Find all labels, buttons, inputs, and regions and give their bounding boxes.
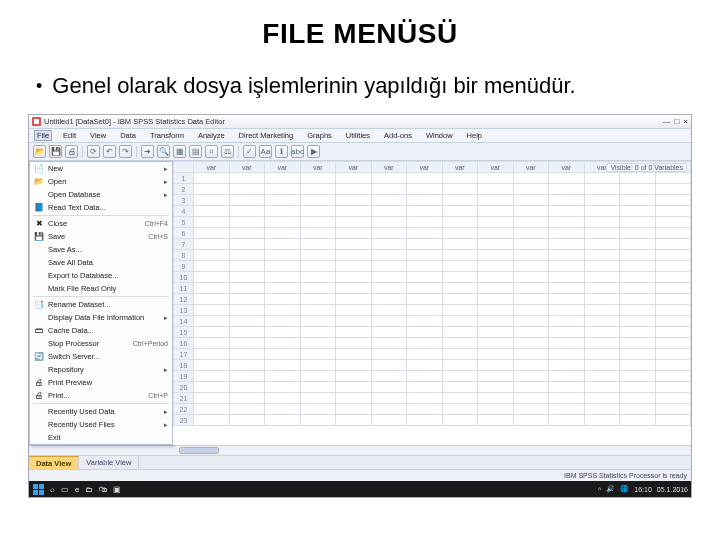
grid-cell[interactable] [478,393,514,404]
grid-cell[interactable] [229,217,265,228]
grid-cell[interactable] [442,316,478,327]
save-icon[interactable]: 💾 [49,145,62,158]
grid-cell[interactable] [620,305,656,316]
grid-cell[interactable] [194,173,230,184]
file-menu-export-to-database[interactable]: Export to Database... [30,269,172,282]
spellcheck-icon[interactable]: abc [291,145,304,158]
taskbar-store-icon[interactable]: 🛍 [99,485,107,494]
grid-cell[interactable] [265,371,301,382]
grid-cell[interactable] [194,382,230,393]
grid-cell[interactable] [300,184,336,195]
grid-cell[interactable] [371,261,407,272]
grid-cell[interactable] [584,239,620,250]
grid-cell[interactable] [300,261,336,272]
grid-cell[interactable] [407,239,443,250]
column-header[interactable]: var [336,162,372,173]
grid-cell[interactable] [620,261,656,272]
grid-cell[interactable] [655,360,691,371]
grid-cell[interactable] [655,283,691,294]
file-menu-exit[interactable]: Exit [30,431,172,444]
grid-cell[interactable] [442,393,478,404]
grid-cell[interactable] [194,305,230,316]
grid-cell[interactable] [442,382,478,393]
grid-cell[interactable] [194,338,230,349]
row-header[interactable]: 18 [174,360,194,371]
grid-cell[interactable] [584,316,620,327]
grid-cell[interactable] [655,415,691,426]
grid-cell[interactable] [620,217,656,228]
row-header[interactable]: 5 [174,217,194,228]
grid-cell[interactable] [584,173,620,184]
column-header[interactable]: var [478,162,514,173]
grid-cell[interactable] [549,360,585,371]
file-menu-save[interactable]: 💾SaveCtrl+S [30,230,172,243]
grid-cell[interactable] [371,349,407,360]
grid-cell[interactable] [549,228,585,239]
grid-cell[interactable] [229,360,265,371]
tray-caret-icon[interactable]: ^ [598,486,601,493]
grid-cell[interactable] [371,239,407,250]
maximize-button[interactable]: □ [674,117,679,126]
start-button[interactable] [32,483,44,495]
grid-cell[interactable] [442,404,478,415]
grid-cell[interactable] [265,239,301,250]
grid-cell[interactable] [371,371,407,382]
grid-cell[interactable] [336,393,372,404]
grid-cell[interactable] [336,250,372,261]
grid-cell[interactable] [229,261,265,272]
grid-cell[interactable] [584,250,620,261]
file-menu-recently-used-data[interactable]: Recently Used Data▸ [30,405,172,418]
grid-cell[interactable] [194,349,230,360]
grid-cell[interactable] [584,294,620,305]
tray-network-icon[interactable]: 🌐 [620,485,629,493]
taskbar-explorer-icon[interactable]: 🗀 [85,485,93,494]
grid-cell[interactable] [371,228,407,239]
grid-cell[interactable] [513,404,549,415]
grid-cell[interactable] [549,294,585,305]
grid-cell[interactable] [300,217,336,228]
recall-icon[interactable]: ⟳ [87,145,100,158]
grid-cell[interactable] [620,195,656,206]
grid-cell[interactable] [336,195,372,206]
grid-cell[interactable] [549,316,585,327]
grid-cell[interactable] [478,272,514,283]
grid-cell[interactable] [407,184,443,195]
row-header[interactable]: 4 [174,206,194,217]
grid-cell[interactable] [513,195,549,206]
grid-cell[interactable] [442,327,478,338]
grid-cell[interactable] [478,173,514,184]
column-header[interactable]: var [194,162,230,173]
grid-cell[interactable] [336,217,372,228]
grid-cell[interactable] [371,327,407,338]
grid-cell[interactable] [549,206,585,217]
grid-cell[interactable] [584,360,620,371]
grid-cell[interactable] [300,250,336,261]
grid-cell[interactable] [442,250,478,261]
redo-icon[interactable]: ↷ [119,145,132,158]
grid-cell[interactable] [478,415,514,426]
grid-cell[interactable] [549,393,585,404]
grid-cell[interactable] [300,360,336,371]
grid-cell[interactable] [229,283,265,294]
grid-cell[interactable] [549,371,585,382]
grid-cell[interactable] [407,283,443,294]
grid-cell[interactable] [229,228,265,239]
file-menu-stop-processor[interactable]: Stop ProcessorCtrl+Period [30,337,172,350]
grid-cell[interactable] [584,283,620,294]
grid-cell[interactable] [336,305,372,316]
grid-cell[interactable] [584,272,620,283]
grid-cell[interactable] [655,316,691,327]
grid-cell[interactable] [265,261,301,272]
grid-cell[interactable] [478,195,514,206]
grid-cell[interactable] [513,272,549,283]
grid-cell[interactable] [407,404,443,415]
grid-cell[interactable] [229,173,265,184]
grid-cell[interactable] [655,338,691,349]
grid-cell[interactable] [655,371,691,382]
grid-cell[interactable] [513,338,549,349]
taskbar-edge-icon[interactable]: e [75,485,79,494]
grid-cell[interactable] [442,184,478,195]
grid-cell[interactable] [229,272,265,283]
grid-cell[interactable] [300,294,336,305]
column-header[interactable]: var [229,162,265,173]
